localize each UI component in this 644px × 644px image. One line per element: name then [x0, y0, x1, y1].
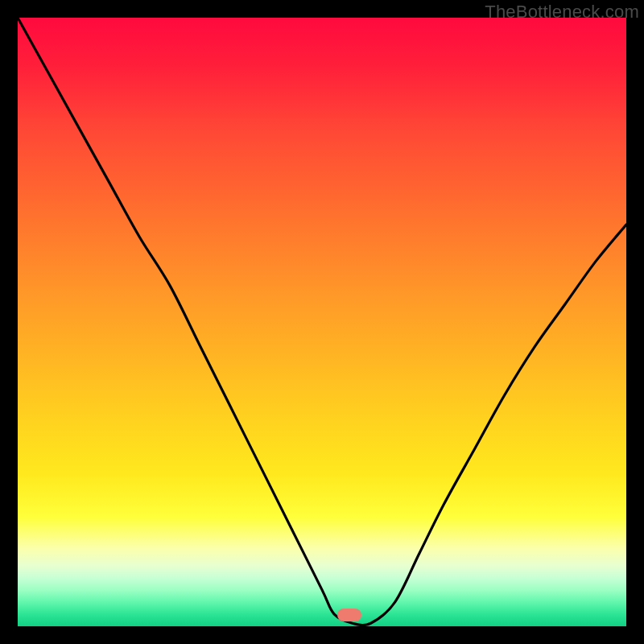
watermark-text: TheBottleneck.com: [485, 2, 639, 23]
plot-area: [18, 18, 626, 626]
bottleneck-curve: [18, 18, 626, 626]
chart-stage: TheBottleneck.com: [0, 0, 644, 644]
optimal-point-marker: [337, 609, 361, 621]
